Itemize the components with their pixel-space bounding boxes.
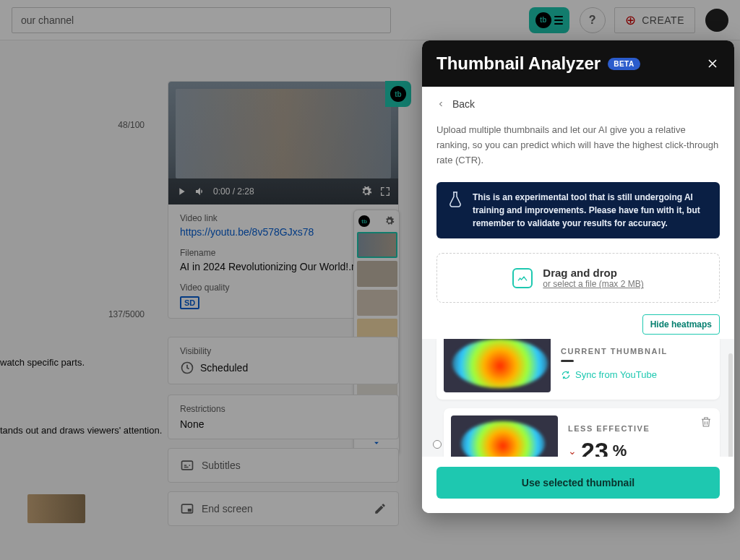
select-radio[interactable]: [433, 440, 442, 449]
current-label: CURRENT THUMBNAIL: [561, 347, 713, 356]
close-button[interactable]: [705, 56, 720, 71]
result-card-current[interactable]: CURRENT THUMBNAIL Sync from YouTube: [436, 339, 720, 400]
dropzone-subtitle[interactable]: or select a file (max 2 MB): [543, 279, 643, 289]
result-thumb-current: [444, 339, 551, 392]
result-card-less[interactable]: LESS EFFECTIVE ⌄ 23%: [444, 408, 720, 457]
current-value-placeholder: [561, 360, 574, 362]
less-effective-label: LESS EFFECTIVE: [568, 424, 713, 433]
back-label: Back: [452, 98, 475, 110]
down-caret-icon: ⌄: [568, 445, 577, 457]
thumbnail-analyzer-panel: Thumbnail Analyzer BETA Back Upload mult…: [422, 40, 734, 513]
beta-badge: BETA: [608, 58, 640, 70]
notice-text: This is an experimental tool that is sti…: [473, 192, 700, 228]
scrollbar[interactable]: [728, 353, 733, 457]
back-button[interactable]: Back: [422, 87, 734, 116]
flask-icon: [447, 191, 464, 208]
pct-sign: %: [613, 441, 627, 457]
analyzer-description: Upload multiple thumbnails and let our A…: [422, 116, 734, 175]
delete-button[interactable]: [700, 415, 713, 431]
analyzer-header: Thumbnail Analyzer BETA: [422, 40, 734, 87]
sync-label: Sync from YouTube: [575, 369, 657, 380]
use-thumbnail-button[interactable]: Use selected thumbnail: [436, 467, 720, 499]
experimental-notice: This is an experimental tool that is sti…: [436, 182, 720, 238]
image-upload-icon: [512, 268, 533, 288]
trash-icon: [700, 415, 713, 428]
sync-button[interactable]: Sync from YouTube: [561, 369, 713, 380]
chevron-left-icon: [436, 100, 445, 108]
analyzer-title: Thumbnail Analyzer: [436, 53, 601, 74]
dropzone-title: Drag and drop: [543, 267, 643, 279]
hide-heatmaps-button[interactable]: Hide heatmaps: [642, 314, 720, 335]
close-icon: [705, 56, 720, 71]
results-area: CURRENT THUMBNAIL Sync from YouTube LESS…: [422, 339, 734, 457]
upload-dropzone[interactable]: Drag and drop or select a file (max 2 MB…: [436, 253, 720, 303]
less-pct-value: 23: [581, 437, 608, 457]
sync-icon: [561, 370, 571, 380]
result-thumb-less: [451, 415, 558, 457]
